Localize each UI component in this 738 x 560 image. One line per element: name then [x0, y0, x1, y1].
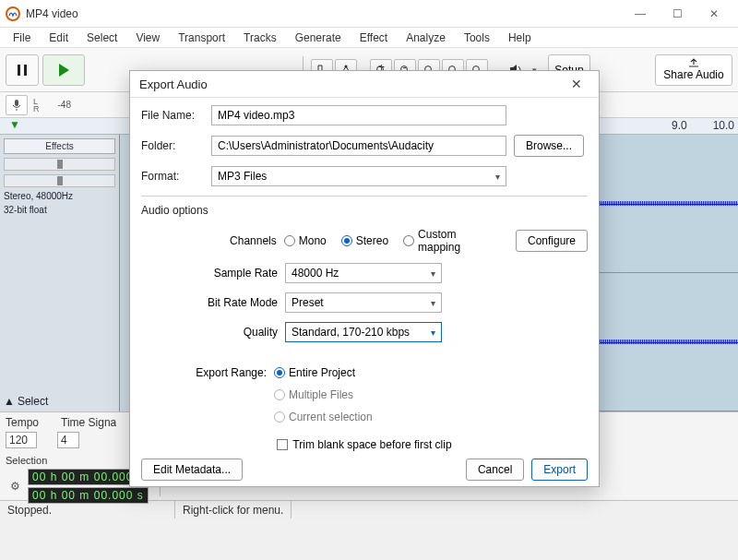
record-device-button[interactable]: [6, 95, 28, 115]
menu-analyze[interactable]: Analyze: [397, 30, 455, 46]
range-multiple-radio[interactable]: Multiple Files: [274, 388, 353, 401]
range-current-radio[interactable]: Current selection: [274, 411, 373, 423]
filename-label: File Name:: [141, 109, 204, 122]
dialog-title: Export Audio: [139, 77, 564, 91]
svg-rect-1: [18, 65, 20, 76]
folder-label: Folder:: [141, 139, 204, 152]
format-label: Format:: [141, 170, 204, 183]
quality-select[interactable]: Standard, 170-210 kbps ▾: [285, 322, 442, 342]
selection-settings-icon[interactable]: ⚙: [6, 480, 24, 493]
range-entire-radio[interactable]: Entire Project: [274, 366, 355, 379]
menu-effect[interactable]: Effect: [351, 30, 397, 46]
gain-slider[interactable]: [4, 158, 115, 171]
selection-end-value: 00 h 00 m 00.000 s: [32, 489, 144, 502]
ruler-tick: 9.0: [672, 119, 687, 132]
timesig-label: Time Signa: [61, 416, 116, 429]
tempo-label: Tempo: [6, 416, 39, 429]
chevron-down-icon: ▾: [431, 298, 435, 308]
trim-blank-checkbox[interactable]: Trim blank space before first clip: [277, 438, 451, 451]
filename-value: MP4 video.mp3: [218, 109, 294, 122]
menu-help[interactable]: Help: [499, 30, 541, 46]
radio-label: Custom mapping: [418, 228, 501, 254]
radio-label: Stereo: [356, 234, 388, 247]
maximize-button[interactable]: ☐: [659, 0, 696, 28]
browse-button[interactable]: Browse...: [514, 135, 584, 157]
filename-input[interactable]: MP4 video.mp3: [211, 105, 506, 125]
minimize-button[interactable]: —: [622, 0, 659, 28]
menu-transport[interactable]: Transport: [169, 30, 234, 46]
menu-tools[interactable]: Tools: [455, 30, 499, 46]
window-titlebar: MP4 video — ☐ ✕: [0, 0, 738, 28]
radio-label: Entire Project: [289, 366, 355, 379]
dialog-close-button[interactable]: ✕: [564, 71, 589, 97]
checkbox-label: Trim blank space before first clip: [292, 438, 451, 451]
chevron-down-icon: ▾: [431, 268, 435, 279]
timesig-value: 4: [61, 434, 67, 447]
meter-lr-label: LR: [33, 98, 40, 113]
selection-start-value: 00 h 00 m 00.000 s: [32, 471, 144, 483]
svg-marker-3: [59, 64, 69, 77]
select-label: Select: [18, 395, 48, 408]
track-info-rate: Stereo, 48000Hz: [4, 191, 115, 201]
effects-button[interactable]: Effects: [4, 138, 115, 154]
ruler-tick: 10.0: [713, 119, 734, 132]
share-label: Share Audio: [663, 68, 723, 81]
svg-rect-2: [24, 65, 27, 76]
radio-label: Multiple Files: [289, 388, 353, 401]
menu-tracks[interactable]: Tracks: [234, 30, 286, 46]
app-logo-icon: [6, 6, 20, 21]
selection-label: Selection: [6, 455, 149, 466]
svg-point-4: [345, 65, 348, 67]
window-title: MP4 video: [26, 7, 622, 20]
close-button[interactable]: ✕: [696, 0, 732, 28]
channels-custom-radio[interactable]: Custom mapping: [403, 228, 501, 254]
configure-button[interactable]: Configure: [516, 230, 588, 252]
tempo-value: 120: [9, 434, 28, 447]
meter-db-text: -48: [58, 100, 71, 110]
menu-generate[interactable]: Generate: [286, 30, 351, 46]
audio-options-label: Audio options: [141, 204, 588, 217]
pan-slider[interactable]: [4, 174, 115, 187]
samplerate-label: Sample Rate: [141, 267, 278, 280]
samplerate-select[interactable]: 48000 Hz ▾: [285, 263, 442, 283]
format-value: MP3 Files: [218, 170, 267, 183]
tempo-input[interactable]: 120: [6, 432, 37, 448]
bitratemode-label: Bit Rate Mode: [141, 296, 278, 309]
timesig-input[interactable]: 4: [57, 432, 79, 448]
cancel-button[interactable]: Cancel: [466, 459, 524, 481]
play-button[interactable]: [42, 54, 85, 86]
upload-icon: [687, 58, 700, 67]
bitratemode-value: Preset: [292, 296, 324, 309]
bitratemode-select[interactable]: Preset ▾: [285, 292, 442, 313]
chevron-down-icon: ▾: [431, 328, 435, 338]
svg-point-0: [6, 7, 19, 20]
menu-file[interactable]: File: [4, 30, 40, 46]
menu-view[interactable]: View: [126, 30, 169, 46]
track-info-format: 32-bit float: [4, 205, 115, 215]
share-audio-button[interactable]: Share Audio: [655, 54, 732, 86]
channels-stereo-radio[interactable]: Stereo: [341, 234, 388, 247]
track-select-button[interactable]: ▲ Select: [4, 395, 48, 408]
edit-metadata-button[interactable]: Edit Metadata...: [141, 459, 243, 481]
dialog-titlebar: Export Audio ✕: [130, 71, 599, 98]
channels-label: Channels: [141, 234, 277, 247]
folder-input[interactable]: C:\Users\Administrator\Documents\Audacit…: [211, 136, 506, 156]
menu-bar: File Edit Select View Transport Tracks G…: [0, 28, 738, 48]
samplerate-value: 48000 Hz: [292, 267, 339, 280]
status-right: Right-click for menu.: [175, 501, 292, 518]
export-button[interactable]: Export: [531, 459, 588, 481]
export-audio-dialog: Export Audio ✕ File Name: MP4 video.mp3 …: [129, 70, 600, 487]
channels-mono-radio[interactable]: Mono: [284, 234, 327, 247]
track-control-panel[interactable]: Effects Stereo, 48000Hz 32-bit float ▲ S…: [0, 135, 120, 411]
quality-label: Quality: [141, 326, 278, 339]
menu-select[interactable]: Select: [77, 30, 126, 46]
format-select[interactable]: MP3 Files ▾: [211, 166, 506, 186]
playhead-icon[interactable]: ▼: [9, 118, 20, 131]
chevron-down-icon: ▾: [495, 172, 500, 182]
menu-edit[interactable]: Edit: [40, 30, 77, 46]
svg-rect-18: [15, 100, 18, 106]
status-bar: Stopped. Right-click for menu.: [0, 500, 738, 518]
audio-options-group: Audio options Channels Mono Stereo Custo…: [141, 196, 588, 451]
radio-label: Current selection: [289, 411, 373, 423]
pause-button[interactable]: [6, 54, 39, 86]
